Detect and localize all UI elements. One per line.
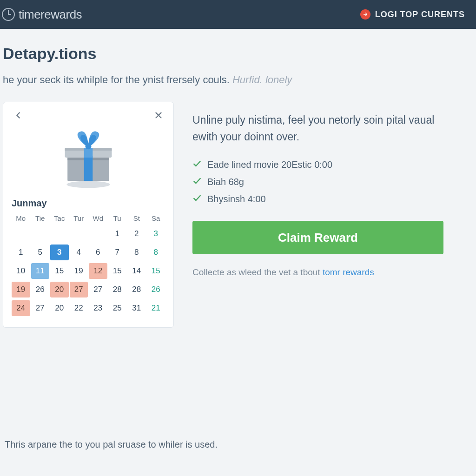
content-row: Junmay MoTieTacTurWdTuStSa12315346788101…: [3, 102, 476, 328]
reward-heading: Unline puly nistima, feel you netorly so…: [192, 112, 454, 145]
svg-point-2: [66, 181, 110, 188]
calendar-day[interactable]: 1: [12, 245, 30, 260]
svg-rect-8: [84, 148, 93, 158]
clock-icon: [2, 8, 15, 21]
calendar-day[interactable]: 19: [12, 282, 30, 298]
calendar-day: [50, 226, 69, 242]
calendar-day: [89, 226, 107, 242]
calendar-day[interactable]: 19: [70, 263, 88, 279]
calendar-day[interactable]: 26: [147, 282, 165, 298]
calendar-day[interactable]: 5: [31, 245, 50, 260]
checklist-item: Biah 68g: [192, 173, 454, 191]
brand[interactable]: timerewards: [0, 7, 82, 22]
calendar-day[interactable]: 26: [31, 282, 50, 298]
close-button[interactable]: [152, 109, 165, 122]
calendar-day[interactable]: 2: [127, 226, 146, 242]
calendar-dow: Wd: [89, 213, 107, 223]
reward-checklist: Eade lined movie 20Estic 0:00Biah 68gBhy…: [192, 156, 454, 208]
calendar-day[interactable]: 8: [147, 245, 165, 260]
page-body: Detapy.tions he your seck its whilple fo…: [0, 29, 476, 328]
calendar-day[interactable]: 20: [50, 282, 69, 298]
calendar-month: Junmay: [12, 198, 165, 209]
check-icon: [192, 176, 202, 188]
calendar-day[interactable]: 10: [12, 263, 30, 279]
check-icon: [192, 193, 202, 205]
checklist-text: Biah 68g: [207, 177, 244, 187]
calendar-day[interactable]: 4: [70, 245, 88, 260]
calendar-dow: Mo: [12, 213, 30, 223]
calendar-day: [12, 226, 30, 242]
top-nav-link[interactable]: LOGI TOP CURENTS: [360, 9, 465, 20]
calendar-day[interactable]: 8: [127, 245, 146, 260]
calendar-dow: St: [127, 213, 146, 223]
top-bar: timerewards LOGI TOP CURENTS: [0, 0, 476, 29]
calendar-day[interactable]: 24: [12, 300, 30, 316]
check-icon: [192, 159, 202, 171]
calendar-dow: Tac: [50, 213, 69, 223]
footer-note: Thris arpane the to you pal sruase to wh…: [5, 439, 218, 450]
page-title: Detapy.tions: [3, 45, 476, 63]
calendar-day: [70, 226, 88, 242]
calendar-day[interactable]: 15: [50, 263, 69, 279]
calendar-day[interactable]: 28: [108, 282, 127, 298]
calendar-day[interactable]: 14: [127, 263, 146, 279]
calendar-day[interactable]: 15: [108, 263, 127, 279]
checklist-text: Eade lined movie 20Estic 0:00: [207, 159, 332, 170]
calendar-dow: Tur: [70, 213, 88, 223]
calendar-dow: Tie: [31, 213, 50, 223]
calendar-day[interactable]: 12: [89, 263, 107, 279]
calendar-day[interactable]: 7: [108, 245, 127, 260]
gift-icon: [12, 125, 165, 190]
calendar-day[interactable]: 15: [147, 263, 165, 279]
collect-note: Collecte as wleed the vet a tbout tomr r…: [192, 267, 454, 278]
calendar-day[interactable]: 21: [147, 300, 165, 316]
calendar-day[interactable]: 22: [70, 300, 88, 316]
checklist-item: Eade lined movie 20Estic 0:00: [192, 156, 454, 173]
calendar-day[interactable]: 31: [127, 300, 146, 316]
calendar-day[interactable]: 20: [50, 300, 69, 316]
calendar-day: [31, 226, 50, 242]
checklist-text: Bhysinsh 4:00: [207, 194, 266, 205]
calendar-day[interactable]: 1: [108, 226, 127, 242]
calendar-day[interactable]: 23: [89, 300, 107, 316]
calendar-dow: Tu: [108, 213, 127, 223]
page-subtitle: he your seck its whilple for the ynist f…: [3, 74, 476, 86]
close-icon: [153, 110, 164, 120]
chevron-left-icon: [13, 110, 23, 120]
calendar-day[interactable]: 28: [127, 282, 146, 298]
rewards-link[interactable]: tomr rewards: [323, 267, 374, 277]
calendar-day[interactable]: 27: [31, 300, 50, 316]
calendar-grid: MoTieTacTurWdTuStSa123153467881011151912…: [12, 213, 165, 316]
checklist-item: Bhysinsh 4:00: [192, 191, 454, 208]
calendar-day[interactable]: 11: [31, 263, 50, 279]
calendar-day[interactable]: 27: [89, 282, 107, 298]
nav-label: LOGI TOP CURENTS: [375, 10, 465, 20]
svg-point-9: [85, 143, 91, 149]
arrow-circle-icon: [360, 9, 370, 20]
claim-reward-button[interactable]: Claim Reward: [192, 221, 443, 254]
reward-panel: Unline puly nistima, feel you netorly so…: [192, 102, 476, 278]
calendar-day[interactable]: 3: [50, 245, 69, 260]
calendar-day[interactable]: 27: [70, 282, 88, 298]
brand-text: timerewards: [19, 7, 82, 22]
calendar-day[interactable]: 6: [89, 245, 107, 260]
calendar-day[interactable]: 25: [108, 300, 127, 316]
calendar-dow: Sa: [147, 213, 165, 223]
svg-rect-7: [84, 156, 93, 181]
calendar-day[interactable]: 3: [147, 226, 165, 242]
calendar-card: Junmay MoTieTacTurWdTuStSa12315346788101…: [3, 102, 174, 328]
prev-button[interactable]: [12, 109, 25, 122]
